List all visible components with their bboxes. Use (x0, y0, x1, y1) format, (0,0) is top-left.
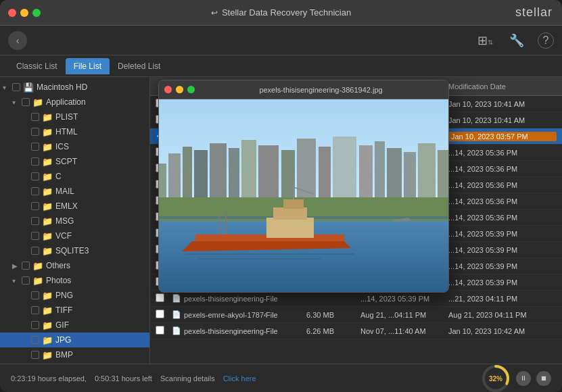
sidebar-item-label: Macintosh HD (37, 82, 87, 92)
grid-view-icon[interactable]: ⊞⇅ (475, 30, 496, 51)
sidebar-item-plist[interactable]: 📁 PLIST (0, 109, 149, 124)
help-icon[interactable]: ? (538, 32, 554, 49)
sidebar-item-label: SCPT (55, 157, 77, 166)
table-row[interactable]: 📄pexels-thisisengineering-3861961.jpg Fi… (150, 323, 562, 339)
folder-icon: 📁 (42, 112, 53, 122)
checkbox[interactable] (31, 217, 39, 225)
folder-icon: 📁 (42, 201, 53, 212)
file-mod: Jan 10, 2023 10:41 AM (448, 100, 557, 108)
checkbox[interactable] (31, 291, 39, 299)
preview-minimize-button[interactable] (176, 86, 183, 93)
folder-icon: 📁 (42, 142, 53, 152)
click-here-link[interactable]: Click here (223, 374, 256, 383)
file-mod: ...14, 2023 05:36 PM (448, 165, 557, 173)
arrow-icon: ▾ (12, 277, 20, 285)
row-checkbox[interactable] (156, 310, 164, 318)
sidebar-item-label: MSG (55, 216, 74, 226)
sidebar-item-tiff[interactable]: 📁 TIFF (0, 303, 149, 318)
file-mod: ...14, 2023 05:39 PM (448, 246, 557, 254)
folder-icon: 📁 (42, 246, 53, 256)
sidebar-item-vcf[interactable]: 📁 VCF (0, 228, 149, 243)
sidebar-item-html[interactable]: 📁 HTML (0, 124, 149, 139)
sidebar-item-sqlite3[interactable]: 📁 SQLITE3 (0, 243, 149, 258)
file-mod: ...14, 2023 05:39 PM (448, 262, 557, 270)
sidebar-item-macintosh[interactable]: ▾ 💾 Macintosh HD (0, 80, 149, 95)
sidebar-item-label: MAIL (55, 187, 74, 196)
maximize-button[interactable] (32, 9, 41, 17)
tab-deleted-list[interactable]: Deleted List (110, 58, 168, 74)
checkbox[interactable] (31, 321, 39, 329)
arrow-icon: ▾ (12, 99, 20, 106)
preview-maximize-button[interactable] (187, 86, 195, 93)
checkbox[interactable] (31, 351, 39, 359)
row-checkbox[interactable] (156, 326, 164, 335)
file-icon: 📄 (172, 310, 181, 319)
file-icon: 📄 (172, 326, 181, 335)
sidebar-item-scpt[interactable]: 📁 SCPT (0, 154, 149, 169)
checkbox[interactable] (31, 306, 39, 314)
sidebar-item-png[interactable]: 📁 PNG (0, 288, 149, 303)
checkbox[interactable] (31, 172, 39, 180)
sidebar-item-application[interactable]: ▾ 📁 Application (0, 95, 149, 109)
row-checkbox[interactable] (156, 293, 164, 302)
svg-rect-14 (333, 137, 356, 197)
sidebar-item-c[interactable]: 📁 C (0, 169, 149, 184)
file-icon: 📄 (172, 294, 181, 303)
svg-rect-18 (404, 152, 416, 197)
checkbox[interactable] (31, 232, 39, 240)
checkbox[interactable] (22, 262, 30, 270)
sidebar-item-label: Application (46, 97, 86, 107)
checkbox[interactable] (31, 202, 39, 210)
tab-classic-list[interactable]: Classic List (8, 58, 66, 74)
sidebar-item-gif[interactable]: 📁 GIF (0, 318, 149, 333)
checkbox[interactable] (12, 83, 20, 91)
preview-image (159, 99, 448, 292)
search-icon[interactable]: 🔧 (507, 30, 527, 51)
svg-rect-9 (241, 140, 256, 197)
checkbox[interactable] (31, 247, 39, 255)
checkbox[interactable] (31, 128, 39, 136)
file-mod: Jan 10, 2023 10:42 AM (448, 327, 557, 335)
sidebar-item-others[interactable]: ▶ 📁 Others (0, 258, 149, 273)
sidebar-item-photos[interactable]: ▾ 📁 Photos (0, 273, 149, 288)
checkbox[interactable] (22, 98, 30, 106)
sidebar-item-msg[interactable]: 📁 MSG (0, 214, 149, 228)
sidebar-item-mail[interactable]: 📁 MAIL (0, 184, 149, 199)
file-creation: Aug 21, ...04:11 PM (360, 311, 448, 319)
folder-icon: 📁 (42, 305, 53, 316)
file-creation: ...14, 2023 05:39 PM (360, 295, 448, 303)
table-row[interactable]: 📄pexels-thisisengineering-3861942.jpg Fi… (150, 291, 562, 307)
preview-close-button[interactable] (164, 86, 172, 93)
file-size: 6.26 MB (306, 327, 360, 335)
tab-file-list[interactable]: File List (66, 58, 110, 74)
folder-icon: 📁 (32, 97, 43, 107)
svg-rect-19 (418, 143, 436, 197)
checkbox[interactable] (31, 113, 39, 121)
checkbox[interactable] (31, 336, 39, 344)
file-area: File Name Type Size ▼ Creation Date Modi… (150, 77, 562, 364)
header-modification[interactable]: Modification Date (448, 82, 557, 91)
minimize-button[interactable] (20, 9, 28, 17)
table-row[interactable]: 📄pexels-emre-akyol-17874599.jpg File 6.3… (150, 307, 562, 323)
sidebar-item-bmp[interactable]: 📁 BMP (0, 347, 149, 362)
sidebar-item-label: C (55, 172, 62, 181)
file-mod: ...21, 2023 04:11 PM (448, 295, 557, 303)
sidebar-item-emlx[interactable]: 📁 EMLX (0, 199, 149, 214)
svg-rect-17 (387, 148, 402, 197)
close-button[interactable] (8, 9, 16, 17)
pause-button[interactable]: ⏸ (516, 371, 531, 386)
checkbox[interactable] (31, 157, 39, 166)
svg-rect-7 (210, 143, 227, 197)
back-button[interactable]: ‹ (8, 31, 27, 50)
sidebar-item-ics[interactable]: 📁 ICS (0, 139, 149, 154)
svg-rect-25 (266, 218, 314, 238)
svg-rect-33 (199, 258, 321, 260)
checkbox[interactable] (31, 187, 39, 195)
checkbox[interactable] (22, 276, 30, 285)
sidebar-item-jpg[interactable]: 📁 JPG (0, 333, 149, 347)
stop-button[interactable]: ⏹ (536, 371, 551, 386)
titlebar: ↩ Stellar Data Recovery Technician stell… (0, 0, 562, 26)
checkbox[interactable] (31, 143, 39, 151)
tabs-bar: Classic List File List Deleted List (0, 55, 562, 77)
folder-icon: 📁 (42, 216, 53, 226)
